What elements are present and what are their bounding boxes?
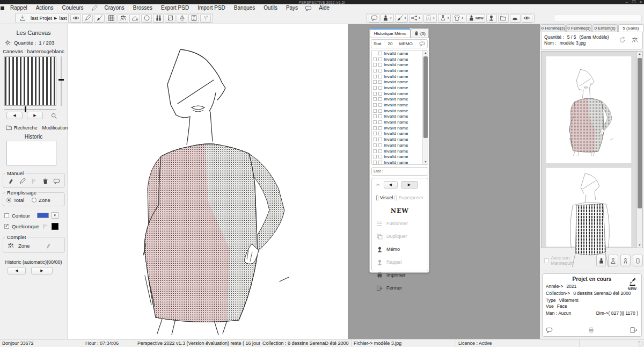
memo-row-checkbox[interactable] [378, 126, 382, 130]
memo-row[interactable]: Invalid name [372, 56, 428, 62]
folder-search-icon[interactable] [5, 124, 12, 131]
memo-row-checkbox[interactable] [378, 69, 382, 73]
contour-checkbox[interactable] [4, 213, 9, 218]
project-chat-icon[interactable] [546, 327, 553, 334]
memo-row-outer-checkbox[interactable] [373, 126, 377, 130]
scroll-up-icon[interactable]: ▲ [423, 50, 428, 55]
hat-icon[interactable] [510, 14, 521, 23]
memo-row-checkbox[interactable] [378, 92, 382, 96]
scroll-down-icon[interactable]: ▼ [423, 160, 428, 164]
menu-rappel[interactable]: Rappel [6, 4, 32, 12]
thumb-scroll-up-icon[interactable]: ▲ [637, 52, 642, 56]
memo-row-checkbox[interactable] [378, 97, 382, 101]
menu-aide[interactable]: Aide [314, 4, 334, 12]
memo-row-checkbox[interactable] [378, 138, 382, 141]
menu-pays[interactable]: Pays [282, 4, 302, 12]
memo-next-button[interactable]: ▶ [401, 181, 418, 189]
memo-row-outer-checkbox[interactable] [373, 132, 377, 135]
memo-list[interactable]: Invalid nameInvalid nameInvalid nameInva… [371, 50, 428, 165]
project-printer-icon[interactable] [588, 327, 595, 334]
shoe-icon[interactable] [129, 14, 140, 23]
memo-row[interactable]: Invalid name [372, 91, 428, 97]
minimize-button[interactable]: – [626, 0, 628, 4]
etat-input[interactable]: Etat : [371, 167, 428, 176]
chat-bubble-icon[interactable] [53, 178, 60, 185]
thumb-scroll-thumb[interactable] [638, 58, 642, 208]
memo-row-outer-checkbox[interactable] [373, 103, 377, 107]
thumbnail-model-1[interactable] [546, 56, 632, 163]
plant-icon[interactable] [200, 14, 211, 23]
memo-row[interactable]: Invalid name [372, 85, 428, 91]
menu-pencil-icon[interactable] [88, 5, 100, 12]
memo-row-outer-checkbox[interactable] [373, 86, 377, 90]
memo-row[interactable]: Invalid name [372, 160, 428, 165]
modification-button[interactable]: Modification [42, 125, 68, 131]
memo-row-checkbox[interactable] [378, 52, 382, 55]
tab-enfants[interactable]: 0 Enfant(s) [592, 24, 618, 32]
memo-row[interactable]: Invalid name [372, 79, 428, 85]
memo-row[interactable]: Invalid name [372, 50, 428, 56]
historic-next-button[interactable]: ▶ [31, 267, 53, 274]
superposer-checkbox[interactable] [394, 196, 397, 200]
memo-row-checkbox[interactable] [378, 120, 382, 124]
group-icon[interactable] [631, 37, 639, 44]
fermer-button[interactable]: Fermer [386, 285, 402, 291]
memo-row-outer-checkbox[interactable] [373, 109, 377, 113]
stamp-icon[interactable] [486, 14, 497, 23]
people-pair-icon[interactable] [153, 14, 164, 23]
resize-grip[interactable] [638, 341, 643, 346]
gear-icon[interactable] [4, 39, 11, 46]
refresh-icon[interactable] [619, 37, 626, 44]
historic-prev-button[interactable]: ◀ [8, 267, 26, 274]
memo-row-outer-checkbox[interactable] [373, 92, 377, 96]
memo-row[interactable]: Invalid name [372, 136, 428, 142]
memo-row[interactable]: Invalid name [372, 154, 428, 160]
close-button[interactable]: × [640, 0, 642, 4]
woman-button[interactable] [608, 255, 618, 266]
menu-banques[interactable]: Banques [230, 4, 259, 12]
tab-historique-memo[interactable]: Historique Mémo [370, 28, 411, 38]
marker-icon[interactable] [8, 178, 14, 185]
tab-femmes[interactable]: 0 Femme(s) [566, 24, 591, 32]
trash-icon[interactable] [42, 178, 49, 185]
memo-row-outer-checkbox[interactable] [373, 161, 377, 164]
memo-row[interactable]: Invalid name [372, 97, 428, 103]
device-button[interactable] [633, 255, 643, 266]
pencil-edit-icon[interactable] [19, 178, 26, 185]
canvas-vertical-slider-handle[interactable] [58, 79, 64, 81]
brush-icon[interactable] [94, 14, 105, 23]
memo-row-checkbox[interactable] [378, 109, 382, 113]
menu-crayons[interactable]: Crayons [100, 4, 129, 12]
project-exit-icon[interactable] [630, 326, 638, 334]
memo-row[interactable]: Invalid name [372, 142, 428, 148]
memo-row[interactable]: Invalid name [372, 125, 428, 131]
zone-radio[interactable] [32, 198, 36, 203]
memo-prev-button[interactable]: ◀ [384, 181, 398, 189]
child-button[interactable] [620, 255, 631, 266]
memo-row-checkbox[interactable] [378, 143, 382, 147]
memo-row[interactable]: Invalid name [372, 62, 428, 68]
add-pants-icon[interactable]: + [423, 14, 437, 23]
download-icon[interactable] [17, 14, 28, 23]
visuel-checkbox[interactable] [376, 196, 378, 200]
memo-row[interactable]: Invalid name [372, 68, 428, 74]
memo-row-checkbox[interactable] [378, 86, 382, 90]
memo-row[interactable]: Invalid name [372, 148, 428, 154]
add-dress-icon[interactable]: + [438, 14, 451, 23]
menu-brosses[interactable]: Brosses [129, 4, 157, 12]
complet-crowd-icon[interactable] [6, 242, 15, 249]
folder-icon[interactable] [498, 14, 509, 23]
memo-row-outer-checkbox[interactable] [373, 155, 377, 158]
mannequin-checkbox[interactable] [544, 258, 549, 263]
chat-icon[interactable] [369, 14, 379, 23]
memo-row-outer-checkbox[interactable] [373, 69, 377, 73]
memo-row-checkbox[interactable] [378, 149, 382, 153]
drawing-canvas[interactable] [68, 24, 348, 339]
canvas-horizontal-slider[interactable] [4, 109, 56, 110]
memo-row[interactable]: Invalid name [372, 74, 428, 79]
memo-row[interactable]: Invalid name [372, 108, 428, 114]
memo-row-checkbox[interactable] [378, 63, 382, 67]
grid-icon[interactable] [106, 14, 116, 23]
scroll-thumb[interactable] [423, 56, 428, 138]
rappel-button[interactable]: Rappel [386, 259, 402, 265]
